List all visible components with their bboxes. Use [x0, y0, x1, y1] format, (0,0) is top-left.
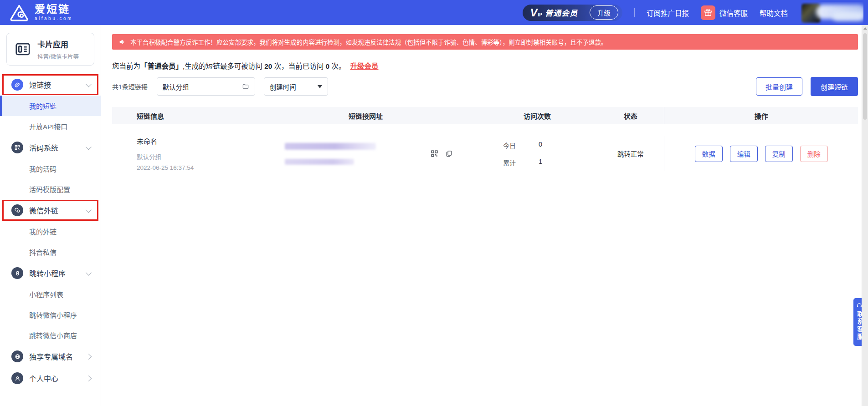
sidebar-menu: 短链接我的短链开放API接口活码系统我的活码活码模版配置微信外链我的外链抖音私信…: [0, 74, 101, 389]
table-row: 未命名 默认分组 2022-06-25 16:37:54: [112, 124, 858, 185]
membership-mid2: 次，当前已访问: [272, 62, 325, 70]
globe-icon: [11, 350, 23, 362]
user-account[interactable]: [801, 2, 863, 24]
link-icon: [11, 79, 23, 91]
shortlink-info-cell: 未命名 默认分组 2022-06-25 16:37:54: [112, 136, 254, 171]
group-select[interactable]: 默认分组: [157, 77, 255, 96]
visit-count-cell: 今日 0 累计 1: [478, 136, 597, 171]
username-redacted-2: [832, 12, 863, 21]
sidebar-item-my-short-links[interactable]: 我的短链: [0, 96, 101, 116]
chevron-down-icon: [86, 269, 92, 275]
wechat-icon: [11, 204, 23, 216]
sidebar-item-live-code-system[interactable]: 活码系统: [0, 137, 101, 158]
main-content: 本平台积极配合警方反诈工作！应公安部要求，我们将对生成的内容进行检测，如发现违反…: [101, 25, 868, 406]
caret-down-icon: [318, 85, 322, 91]
header-right: V IP 普通会员 升级 订阅推广日报 微信客服 帮助文档: [523, 2, 863, 24]
sidebar-item-my-live-codes[interactable]: 我的活码: [0, 158, 101, 179]
column-header: 状态: [597, 111, 664, 121]
nav-help-docs[interactable]: 帮助文档: [760, 8, 788, 18]
sidebar-item-label: 短链接: [29, 79, 51, 90]
banner-text: 本平台积极配合警方反诈工作！应公安部要求，我们将对生成的内容进行检测，如发现违反…: [130, 37, 607, 46]
visit-today-value: 0: [539, 141, 542, 150]
membership-suffix: 次。: [329, 62, 345, 70]
sidebar-item-label: 活码模版配置: [29, 184, 70, 194]
scrollbar-thumb[interactable]: [863, 33, 867, 120]
sidebar-item-label: 个人中心: [29, 373, 58, 384]
logo-title: 爱短链: [35, 4, 73, 15]
anti-fraud-banner: 本平台积极配合警方反诈工作！应公安部要求，我们将对生成的内容进行检测，如发现违反…: [112, 34, 858, 50]
vip-badge[interactable]: V IP 普通会员 升级: [523, 5, 622, 21]
toolbar: 共1条短链接 默认分组 创建时间 批量创建 创建短链: [112, 77, 858, 96]
status-text: 跳转正常: [617, 149, 644, 158]
qrcode-icon[interactable]: [430, 149, 439, 158]
folder-icon: [242, 83, 249, 90]
header-divider: [634, 8, 635, 17]
sidebar-item-douyin-dm[interactable]: 抖音私信: [0, 242, 101, 262]
visit-total: 累计 1: [503, 158, 597, 167]
shortlink-created-time: 2022-06-25 16:37:54: [137, 164, 254, 171]
sidebar-item-my-external-links[interactable]: 我的外链: [0, 221, 101, 242]
sidebar-item-exclusive-domain[interactable]: 独享专属域名: [0, 345, 101, 367]
sidebar-item-label: 活码系统: [29, 142, 58, 153]
sidebar-item-jump-wechat-shop[interactable]: 跳转微信小商店: [0, 325, 101, 345]
url-action-icons: [430, 149, 453, 158]
page-scrollbar[interactable]: [862, 25, 868, 406]
sidebar-item-label: 我的活码: [29, 164, 56, 173]
membership-mid1: ,生成的短链最多可被访问: [183, 62, 264, 70]
sidebar-item-label: 我的短链: [29, 101, 56, 111]
copy-button[interactable]: 复制: [765, 146, 793, 162]
shortlink-table: 短链信息短链接网址访问次数状态操作 未命名 默认分组 2022-06-25 16…: [112, 107, 858, 185]
chevron-right-icon: [86, 354, 92, 360]
nav-wechat-support[interactable]: 微信客服: [701, 5, 748, 20]
edit-button[interactable]: 编辑: [730, 146, 758, 162]
vip-logo-ip: IP: [538, 12, 542, 17]
sidebar-card-app[interactable]: 卡片应用 抖音/微信卡片等: [6, 33, 94, 66]
logo-text: 爱短链 aifabu.com: [35, 4, 73, 21]
visit-today: 今日 0: [503, 141, 597, 150]
sidebar-item-label: 开放API接口: [29, 122, 67, 131]
sidebar-item-label: 跳转小程序: [29, 268, 66, 279]
group-select-value: 默认分组: [163, 82, 189, 91]
upgrade-button[interactable]: 升级: [590, 5, 618, 20]
scrollbar-up-arrow[interactable]: [862, 25, 868, 31]
membership-level: 「普通会员」: [140, 62, 183, 70]
sidebar-item-wechat-external-link[interactable]: 微信外链: [0, 199, 101, 221]
create-time-select[interactable]: 创建时间: [264, 77, 328, 96]
membership-limit: 20: [264, 62, 272, 70]
create-shortlink-button[interactable]: 创建短链: [811, 77, 858, 96]
sidebar-item-short-links[interactable]: 短链接: [0, 74, 101, 96]
sidebar-item-label: 抖音私信: [29, 247, 56, 257]
sidebar-item-jump-miniprogram[interactable]: 跳转小程序: [0, 262, 101, 284]
sidebar-item-live-code-template[interactable]: 活码模版配置: [0, 179, 101, 199]
logo-triangle-link-icon: [9, 4, 29, 22]
nav-subscribe-report[interactable]: 订阅推广日报: [647, 8, 689, 18]
copy-icon[interactable]: [445, 150, 453, 157]
card-app-subtitle: 抖音/微信卡片等: [37, 52, 79, 61]
vip-level-label: 普通会员: [545, 7, 578, 18]
sidebar-item-jump-wechat-miniprogram[interactable]: 跳转微信小程序: [0, 304, 101, 325]
visit-total-value: 1: [539, 158, 542, 167]
membership-line: 您当前为「普通会员」,生成的短链最多可被访问 20 次，当前已访问 0 次。升级…: [112, 61, 858, 71]
app-header: 爱短链 aifabu.com V IP 普通会员 升级 订阅推广日报 微信客服 …: [0, 0, 868, 25]
delete-button[interactable]: 删除: [800, 146, 828, 162]
chevron-down-icon: [86, 207, 92, 213]
logo[interactable]: 爱短链 aifabu.com: [9, 4, 73, 22]
data-button[interactable]: 数据: [695, 146, 723, 162]
batch-create-button[interactable]: 批量创建: [756, 77, 802, 96]
vip-logo-v: V: [530, 7, 537, 18]
actions-cell: 数据编辑复制删除: [664, 136, 858, 171]
user-icon: [11, 372, 23, 384]
card-app-icon: [14, 41, 31, 58]
column-header: 短链信息: [112, 111, 254, 121]
sidebar-item-miniprogram-list[interactable]: 小程序列表: [0, 284, 101, 304]
sidebar-item-open-api[interactable]: 开放API接口: [0, 116, 101, 137]
sidebar-item-label: 我的外链: [29, 227, 56, 236]
body-frame: 卡片应用 抖音/微信卡片等 短链接我的短链开放API接口活码系统我的活码活码模版…: [0, 25, 868, 406]
chevron-down-icon: [86, 144, 92, 150]
sidebar-item-label: 独享专属域名: [29, 351, 73, 362]
upgrade-member-link[interactable]: 升级会员: [350, 62, 378, 70]
shortlink-group: 默认分组: [137, 152, 254, 161]
gift-icon: [701, 5, 715, 20]
sidebar-item-personal-center[interactable]: 个人中心: [0, 367, 101, 389]
megaphone-icon: [118, 38, 126, 46]
